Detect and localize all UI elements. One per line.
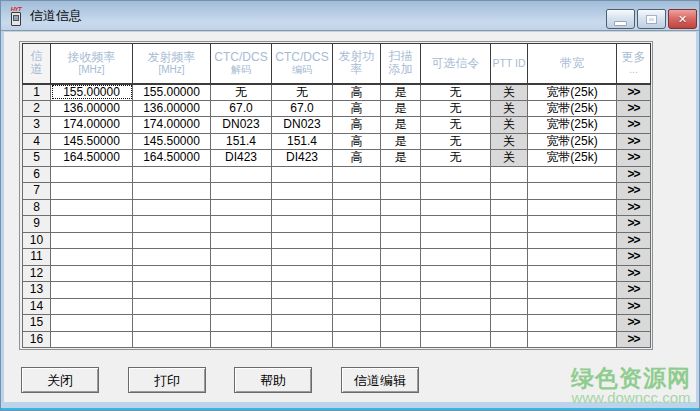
cell-tx[interactable] bbox=[133, 166, 211, 183]
cell-ch[interactable]: 7 bbox=[23, 183, 51, 200]
cell-bw[interactable] bbox=[528, 265, 617, 282]
cell-enc[interactable]: 67.0 bbox=[272, 100, 333, 117]
cell-sig[interactable]: 无 bbox=[421, 117, 491, 134]
cell-ch[interactable]: 15 bbox=[23, 315, 51, 332]
cell-tx[interactable] bbox=[133, 249, 211, 266]
cell-scan[interactable] bbox=[381, 232, 421, 249]
cell-bw[interactable] bbox=[528, 216, 617, 233]
cell-enc[interactable] bbox=[272, 216, 333, 233]
cell-ch[interactable]: 12 bbox=[23, 265, 51, 282]
cell-tx[interactable] bbox=[133, 331, 211, 348]
cell-dec[interactable] bbox=[211, 166, 272, 183]
cell-scan[interactable] bbox=[381, 166, 421, 183]
cell-tx[interactable] bbox=[133, 183, 211, 200]
cell-scan[interactable] bbox=[381, 249, 421, 266]
cell-ptt[interactable] bbox=[491, 298, 528, 315]
cell-power[interactable]: 高 bbox=[333, 150, 381, 167]
cell-enc[interactable]: 无 bbox=[272, 84, 333, 101]
cell-tx[interactable] bbox=[133, 232, 211, 249]
maximize-button[interactable] bbox=[637, 9, 666, 29]
cell-more[interactable]: >> bbox=[617, 298, 651, 315]
cell-tx[interactable]: 155.00000 bbox=[133, 84, 211, 101]
minimize-button[interactable] bbox=[606, 9, 635, 29]
cell-enc[interactable]: DI423 bbox=[272, 150, 333, 167]
cell-more[interactable]: >> bbox=[617, 117, 651, 134]
cell-ch[interactable]: 8 bbox=[23, 199, 51, 216]
cell-scan[interactable] bbox=[381, 265, 421, 282]
cell-ch[interactable]: 2 bbox=[23, 100, 51, 117]
cell-sig[interactable] bbox=[421, 265, 491, 282]
cell-enc[interactable] bbox=[272, 199, 333, 216]
cell-tx[interactable] bbox=[133, 265, 211, 282]
cell-tx[interactable] bbox=[133, 315, 211, 332]
cell-bw[interactable] bbox=[528, 249, 617, 266]
cell-dec[interactable] bbox=[211, 232, 272, 249]
cell-dec[interactable] bbox=[211, 216, 272, 233]
cell-dec[interactable]: DI423 bbox=[211, 150, 272, 167]
cell-power[interactable] bbox=[333, 282, 381, 299]
cell-dec[interactable] bbox=[211, 315, 272, 332]
cell-bw[interactable]: 宽带(25k) bbox=[528, 133, 617, 150]
cell-power[interactable] bbox=[333, 166, 381, 183]
cell-bw[interactable] bbox=[528, 331, 617, 348]
cell-ptt[interactable] bbox=[491, 183, 528, 200]
cell-enc[interactable] bbox=[272, 265, 333, 282]
cell-more[interactable]: >> bbox=[617, 84, 651, 101]
channel-edit-button[interactable]: 信道编辑 bbox=[341, 367, 419, 393]
cell-rx[interactable]: 164.50000 bbox=[51, 150, 133, 167]
cell-power[interactable] bbox=[333, 199, 381, 216]
cell-rx[interactable]: 174.00000 bbox=[51, 117, 133, 134]
cell-power[interactable] bbox=[333, 315, 381, 332]
cell-ptt[interactable] bbox=[491, 249, 528, 266]
cell-rx[interactable] bbox=[51, 331, 133, 348]
cell-bw[interactable] bbox=[528, 166, 617, 183]
cell-sig[interactable] bbox=[421, 249, 491, 266]
cell-dec[interactable] bbox=[211, 249, 272, 266]
cell-tx[interactable]: 136.00000 bbox=[133, 100, 211, 117]
cell-power[interactable] bbox=[333, 232, 381, 249]
cell-tx[interactable]: 174.00000 bbox=[133, 117, 211, 134]
cell-scan[interactable]: 是 bbox=[381, 100, 421, 117]
cell-bw[interactable]: 宽带(25k) bbox=[528, 84, 617, 101]
cell-more[interactable]: >> bbox=[617, 183, 651, 200]
cell-power[interactable] bbox=[333, 298, 381, 315]
cell-more[interactable]: >> bbox=[617, 249, 651, 266]
cell-bw[interactable] bbox=[528, 282, 617, 299]
cell-scan[interactable] bbox=[381, 331, 421, 348]
cell-ptt[interactable] bbox=[491, 199, 528, 216]
cell-dec[interactable] bbox=[211, 183, 272, 200]
cell-scan[interactable] bbox=[381, 298, 421, 315]
cell-ptt[interactable]: 关 bbox=[491, 133, 528, 150]
cell-ch[interactable]: 13 bbox=[23, 282, 51, 299]
cell-more[interactable]: >> bbox=[617, 315, 651, 332]
cell-scan[interactable] bbox=[381, 183, 421, 200]
cell-tx[interactable]: 164.50000 bbox=[133, 150, 211, 167]
cell-rx[interactable]: 155.00000 bbox=[51, 84, 133, 101]
cell-bw[interactable] bbox=[528, 183, 617, 200]
cell-ptt[interactable]: 关 bbox=[491, 150, 528, 167]
cell-sig[interactable] bbox=[421, 282, 491, 299]
cell-tx[interactable] bbox=[133, 216, 211, 233]
cell-bw[interactable] bbox=[528, 298, 617, 315]
cell-enc[interactable] bbox=[272, 298, 333, 315]
cell-more[interactable]: >> bbox=[617, 232, 651, 249]
cell-bw[interactable] bbox=[528, 199, 617, 216]
cell-more[interactable]: >> bbox=[617, 100, 651, 117]
cell-bw[interactable]: 宽带(25k) bbox=[528, 100, 617, 117]
cell-ch[interactable]: 4 bbox=[23, 133, 51, 150]
cell-scan[interactable] bbox=[381, 199, 421, 216]
cell-power[interactable]: 高 bbox=[333, 100, 381, 117]
cell-bw[interactable]: 宽带(25k) bbox=[528, 117, 617, 134]
cell-dec[interactable] bbox=[211, 199, 272, 216]
cell-tx[interactable] bbox=[133, 298, 211, 315]
cell-rx[interactable]: 136.00000 bbox=[51, 100, 133, 117]
cell-ch[interactable]: 10 bbox=[23, 232, 51, 249]
cell-rx[interactable] bbox=[51, 282, 133, 299]
cell-ptt[interactable] bbox=[491, 265, 528, 282]
cell-ch[interactable]: 9 bbox=[23, 216, 51, 233]
cell-enc[interactable] bbox=[272, 249, 333, 266]
cell-ch[interactable]: 14 bbox=[23, 298, 51, 315]
cell-sig[interactable] bbox=[421, 166, 491, 183]
cell-sig[interactable]: 无 bbox=[421, 133, 491, 150]
cell-dec[interactable] bbox=[211, 331, 272, 348]
